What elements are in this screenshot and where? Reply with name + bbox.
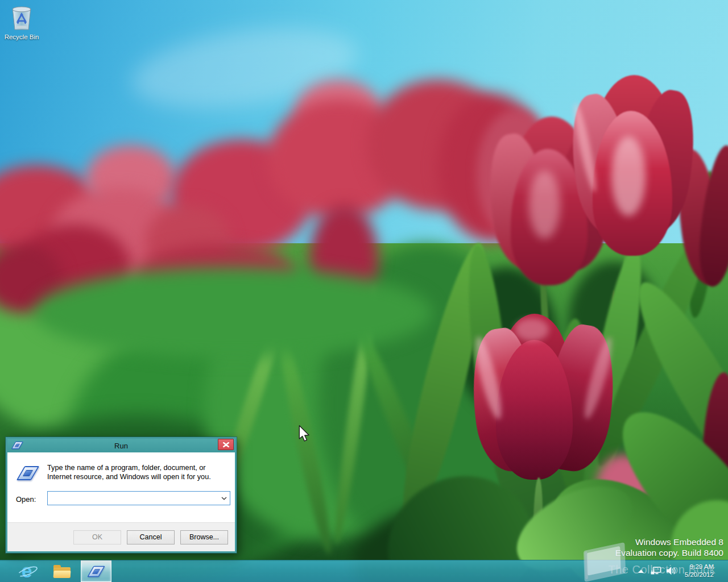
run-dialog: Run Type the name of a program, folder, …	[6, 437, 237, 553]
open-combobox[interactable]	[47, 491, 230, 505]
open-label: Open:	[16, 495, 36, 504]
run-dialog-footer: OK Cancel Browse...	[7, 522, 235, 551]
ok-button[interactable]: OK	[73, 530, 121, 544]
close-button[interactable]	[218, 439, 234, 450]
wallpaper-shape	[464, 325, 544, 476]
wallpaper-shape	[471, 335, 506, 421]
wallpaper-shape	[465, 360, 598, 582]
run-window-icon	[88, 566, 104, 577]
desktop-icon-recycle-bin[interactable]: Recycle Bin	[3, 3, 40, 40]
wallpaper-shape	[596, 455, 650, 523]
chevron-down-icon[interactable]	[218, 492, 230, 505]
build-watermark: Windows Embedded 8 Evaluation copy. Buil…	[615, 537, 723, 558]
tray-time: 9:29 AM	[685, 563, 714, 571]
close-icon	[223, 442, 229, 447]
wallpaper-sky	[0, 0, 728, 318]
show-hidden-icons-button[interactable]	[638, 569, 644, 573]
taskbar-item-internet-explorer[interactable]: e	[13, 560, 43, 582]
internet-explorer-icon: e	[18, 562, 38, 580]
run-icon	[12, 442, 23, 450]
recycle-bin-label: Recycle Bin	[3, 34, 40, 40]
build-watermark-line1: Windows Embedded 8	[615, 537, 723, 547]
volume-icon[interactable]	[667, 567, 676, 575]
browse-button[interactable]: Browse...	[180, 530, 228, 544]
run-icon-large	[18, 466, 38, 480]
wallpaper-shape	[500, 314, 569, 393]
wallpaper-shape	[350, 323, 453, 541]
open-input[interactable]	[48, 492, 218, 505]
wallpaper-shape	[539, 321, 624, 476]
file-explorer-icon	[53, 565, 71, 578]
taskbar-clock[interactable]: 9:29 AM 5/20/2012	[685, 563, 714, 579]
taskbar-item-file-explorer[interactable]	[47, 560, 77, 582]
taskbar: e	[0, 560, 728, 582]
wallpaper-shape	[700, 371, 728, 487]
wallpaper-shape	[536, 317, 595, 582]
wallpaper-shape	[330, 285, 380, 546]
wallpaper-shape	[515, 318, 549, 341]
run-dialog-titlebar[interactable]: Run	[7, 439, 235, 452]
tray-date: 5/20/2012	[685, 571, 714, 579]
wallpaper-shape	[496, 340, 573, 480]
wallpaper-shape	[580, 335, 617, 421]
recycle-bin-icon	[9, 3, 34, 31]
dialog-title: Run	[114, 442, 128, 450]
cancel-button[interactable]: Cancel	[127, 530, 175, 544]
system-tray: 9:29 AM 5/20/2012	[638, 560, 728, 582]
dialog-message: Type the name of a program, folder, docu…	[47, 464, 231, 481]
build-watermark-line2: Evaluation copy. Build 8400	[615, 547, 723, 558]
taskbar-item-run[interactable]	[81, 560, 111, 582]
run-dialog-body: Type the name of a program, folder, docu…	[7, 452, 235, 522]
network-icon[interactable]	[651, 567, 661, 576]
desktop: Recycle Bin Windows Embedded 8 Evaluatio…	[0, 0, 728, 582]
wallpaper-shape	[271, 319, 338, 556]
wallpaper-shape	[533, 477, 544, 563]
